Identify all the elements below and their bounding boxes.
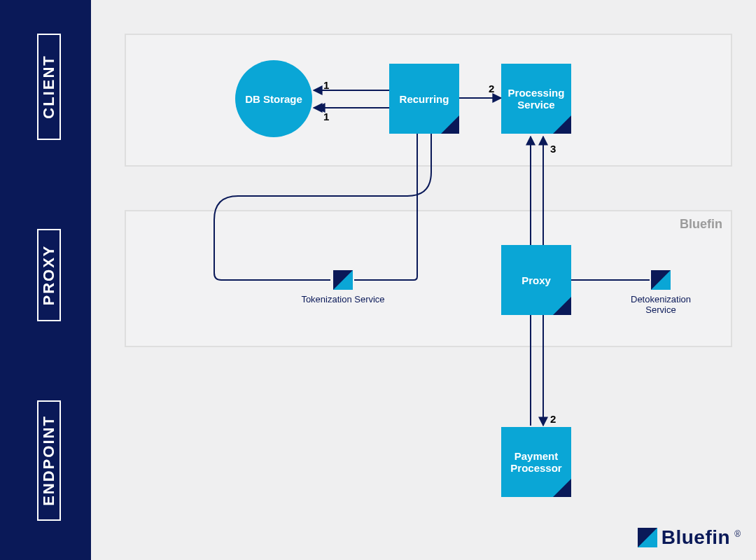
tier-label-endpoint: ENDPOINT [37, 400, 61, 521]
node-corner-icon [553, 115, 571, 134]
node-db-storage: DB Storage [235, 60, 312, 137]
tier-label-proxy-text: PROXY [40, 244, 58, 305]
node-proxy-label: Proxy [522, 274, 551, 286]
node-db-storage-label: DB Storage [245, 93, 302, 105]
tier-label-client: CLIENT [37, 34, 61, 140]
tier-label-client-text: CLIENT [40, 55, 58, 118]
node-corner-icon [553, 297, 571, 315]
node-corner-icon [441, 115, 459, 134]
edge-label-recurring-processing: 2 [489, 83, 494, 94]
edge-label-db-in: 1 [323, 111, 329, 122]
edge-label-db-out: 1 [323, 79, 329, 91]
tier-label-proxy: PROXY [37, 229, 61, 321]
node-processing-service: Processing Service [501, 64, 571, 134]
tokenization-icon [333, 270, 353, 290]
tier-label-endpoint-text: ENDPOINT [40, 415, 58, 506]
node-payment-processor-label: Payment Processor [501, 450, 571, 474]
node-recurring-label: Recurring [400, 93, 449, 105]
edge-label-proxy-payment: 2 [550, 413, 556, 425]
detokenization-icon [651, 270, 671, 290]
panel-proxy: Bluefin [125, 210, 732, 347]
node-proxy: Proxy [501, 245, 571, 315]
node-processing-service-label: Processing Service [501, 87, 571, 111]
brand-name: Bluefin [662, 526, 730, 549]
edge-label-proxy-processing: 3 [550, 143, 556, 155]
tier-sidebar: CLIENT PROXY ENDPOINT [0, 0, 91, 560]
detokenization-label: Detokenization Service [619, 294, 703, 315]
node-payment-processor: Payment Processor [501, 427, 571, 497]
brand-logo: Bluefin ® [638, 526, 741, 549]
node-corner-icon [553, 479, 571, 497]
brand-icon [638, 528, 657, 547]
panel-proxy-tag: Bluefin [680, 217, 722, 232]
tokenization-label: Tokenization Service [301, 294, 385, 304]
node-recurring: Recurring [389, 64, 459, 134]
brand-registered: ® [734, 529, 741, 539]
